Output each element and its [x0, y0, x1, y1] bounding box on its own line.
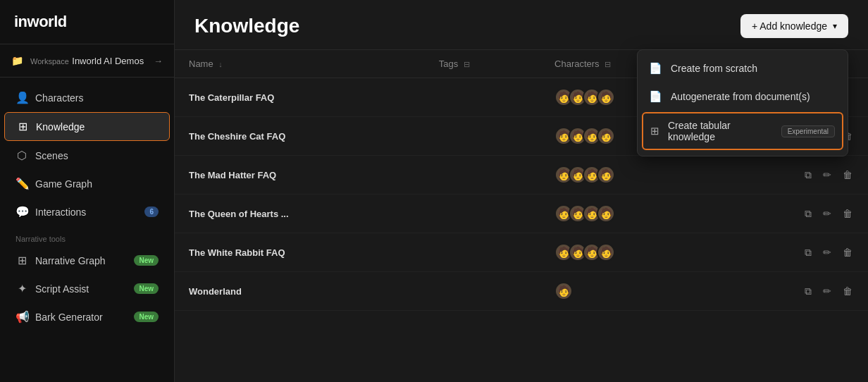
sidebar-item-label: Characters — [35, 92, 83, 104]
sidebar-item-knowledge[interactable]: ⊞ Knowledge — [4, 112, 170, 141]
cell-name: The Queen of Hearts ... — [175, 195, 425, 233]
delete-button[interactable]: 🗑 — [841, 284, 854, 298]
dropdown-create-scratch[interactable]: 📄 Create from scratch — [638, 54, 848, 82]
avatar-group: 🧑 — [554, 282, 700, 300]
main-content: Knowledge + Add knowledge ▾ 📄 Create fro… — [175, 0, 868, 382]
add-knowledge-label: + Add knowledge — [752, 20, 827, 32]
row-name: The Caterpillar FAQ — [189, 92, 274, 103]
avatar: 🧑 — [597, 88, 615, 106]
column-name: Name ↓ — [175, 50, 425, 78]
cell-actions: ⧉ ✏ 🗑 — [714, 272, 868, 311]
row-name: The White Rabbit FAQ — [189, 247, 285, 258]
edit-button[interactable]: ✏ — [822, 207, 833, 221]
cell-characters: 🧑🧑🧑🧑 — [540, 233, 714, 272]
dropdown-create-tabular-label: Create tabular knowledge — [668, 120, 773, 142]
cell-tags — [425, 156, 540, 195]
characters-icon: 👤 — [16, 91, 28, 104]
sidebar-item-scenes[interactable]: ⬡ Scenes — [4, 142, 170, 169]
column-characters-label: Characters — [554, 58, 600, 69]
app-logo-text: inworld — [14, 13, 67, 30]
workspace-name: Inworld AI Demos — [72, 56, 144, 66]
edit-button[interactable]: ✏ — [822, 168, 833, 182]
game-graph-icon: ✏️ — [16, 177, 28, 190]
workspace-info: 📁 Workspace Inworld AI Demos — [11, 54, 144, 67]
sidebar-item-characters[interactable]: 👤 Characters — [4, 84, 170, 111]
sidebar-item-game-graph[interactable]: ✏️ Game Graph — [4, 170, 170, 197]
sidebar-item-label: Bark Generator — [35, 312, 103, 323]
sidebar-item-interactions[interactable]: 💬 Interactions 6 — [4, 198, 170, 226]
delete-button[interactable]: 🗑 — [841, 168, 854, 182]
delete-button[interactable]: 🗑 — [841, 245, 854, 259]
narrative-graph-icon: ⊞ — [16, 254, 28, 267]
sidebar-item-label: Narrative Graph — [35, 255, 106, 266]
cell-tags — [425, 117, 540, 156]
script-assist-badge: New — [134, 283, 159, 294]
sidebar-item-bark-generator[interactable]: 📢 Bark Generator New — [4, 303, 170, 331]
workspace-arrow: → — [154, 56, 163, 66]
sidebar-nav: 👤 Characters ⊞ Knowledge ⬡ Scenes ✏️ Gam… — [0, 78, 174, 382]
edit-button[interactable]: ✏ — [822, 284, 833, 298]
cell-tags — [425, 195, 540, 233]
tags-filter-icon[interactable]: ⊟ — [464, 60, 470, 68]
avatar-group: 🧑🧑🧑🧑 — [554, 204, 700, 223]
create-scratch-icon: 📄 — [649, 62, 662, 75]
edit-button[interactable]: ✏ — [822, 245, 833, 259]
avatar-group: 🧑🧑🧑🧑 — [554, 166, 700, 184]
cell-name: The Mad Hatter FAQ — [175, 156, 425, 195]
cell-name: The Cheshire Cat FAQ — [175, 117, 425, 156]
add-knowledge-chevron: ▾ — [833, 21, 837, 31]
row-name: The Cheshire Cat FAQ — [189, 131, 285, 142]
delete-button[interactable]: 🗑 — [841, 207, 854, 221]
sidebar-item-script-assist[interactable]: ✦ Script Assist New — [4, 275, 170, 302]
sidebar-item-narrative-graph[interactable]: ⊞ Narrative Graph New — [4, 247, 170, 274]
cell-actions: ⧉ ✏ 🗑 — [714, 195, 868, 233]
logo: inworld — [0, 0, 174, 44]
narrative-tools-label: Narrative tools — [0, 226, 174, 246]
interactions-badge: 6 — [144, 207, 159, 217]
workspace-details: Workspace Inworld AI Demos — [30, 54, 144, 67]
copy-button[interactable]: ⧉ — [803, 284, 813, 299]
avatar: 🧑 — [597, 204, 615, 223]
cell-characters: 🧑 — [540, 272, 714, 311]
copy-button[interactable]: ⧉ — [803, 207, 813, 221]
workspace-label: Workspace — [30, 57, 69, 66]
table-row: The Mad Hatter FAQ🧑🧑🧑🧑 ⧉ ✏ 🗑 — [175, 156, 868, 195]
table-row: The White Rabbit FAQ🧑🧑🧑🧑 ⧉ ✏ 🗑 — [175, 233, 868, 272]
cell-name: The White Rabbit FAQ — [175, 233, 425, 272]
cell-actions: ⧉ ✏ 🗑 — [714, 156, 868, 195]
cell-actions: ⧉ ✏ 🗑 — [714, 233, 868, 272]
create-tabular-icon: ⊞ — [650, 125, 659, 137]
dropdown-autogenerate-label: Autogenerate from document(s) — [671, 91, 810, 102]
dropdown-create-tabular[interactable]: ⊞ Create tabular knowledge Experimental — [642, 112, 843, 150]
sidebar-item-label: Script Assist — [35, 283, 89, 295]
row-name: Wonderland — [189, 286, 242, 297]
scenes-icon: ⬡ — [16, 149, 28, 162]
experimental-badge: Experimental — [781, 125, 835, 137]
cell-characters: 🧑🧑🧑🧑 — [540, 195, 714, 233]
name-sort-icon[interactable]: ↓ — [218, 60, 223, 68]
row-name: The Mad Hatter FAQ — [189, 170, 276, 180]
avatar: 🧑 — [597, 243, 615, 261]
script-assist-icon: ✦ — [16, 282, 28, 295]
narrative-graph-badge: New — [134, 255, 159, 266]
dropdown-create-scratch-label: Create from scratch — [671, 63, 757, 74]
add-knowledge-button[interactable]: + Add knowledge ▾ — [740, 14, 848, 38]
dropdown-autogenerate[interactable]: 📄 Autogenerate from document(s) — [638, 82, 848, 111]
workspace-selector[interactable]: 📁 Workspace Inworld AI Demos → — [0, 44, 174, 78]
sidebar-item-label: Game Graph — [35, 178, 92, 190]
autogenerate-icon: 📄 — [649, 90, 662, 103]
copy-button[interactable]: ⧉ — [803, 168, 813, 183]
cell-name: The Caterpillar FAQ — [175, 78, 425, 117]
copy-button[interactable]: ⧉ — [803, 245, 813, 260]
avatar-group: 🧑🧑🧑🧑 — [554, 243, 700, 261]
sidebar-item-label: Scenes — [35, 150, 68, 161]
row-name: The Queen of Hearts ... — [189, 209, 289, 219]
column-tags-label: Tags — [439, 58, 458, 69]
sidebar: inworld 📁 Workspace Inworld AI Demos → 👤… — [0, 0, 175, 382]
add-knowledge-dropdown: 📄 Create from scratch 📄 Autogenerate fro… — [637, 49, 848, 156]
cell-name: Wonderland — [175, 272, 425, 311]
cell-tags — [425, 78, 540, 117]
characters-filter-icon[interactable]: ⊟ — [604, 60, 611, 68]
knowledge-icon: ⊞ — [16, 120, 29, 133]
column-tags: Tags ⊟ — [425, 50, 540, 78]
